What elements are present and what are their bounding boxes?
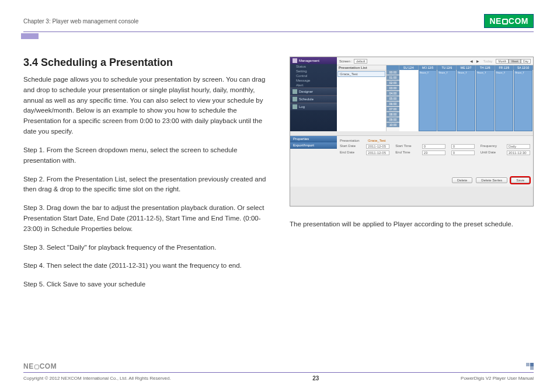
step-2: Step 2. From the Presentation List, sele… [23,174,272,195]
page-title: 3.4 Scheduling a Presentation [23,57,272,69]
start-time-label: Start Time [395,144,416,149]
chapter-title: Chapter 3: Player web management console [23,18,138,24]
today-button[interactable]: Today [483,60,492,63]
scheduled-event[interactable]: Grace_T [514,70,532,131]
step-3a: Step 3. Drag down the bar to adjust the … [23,203,272,234]
presentation-value: Grace_Test [368,139,386,142]
save-button[interactable]: Save [511,177,530,183]
view-mode-toggle: Month Week Day [496,59,531,64]
until-date-label: Until Date [481,150,501,155]
presentation-list: Presentation List Grace_Test [337,65,387,131]
end-date-field[interactable]: 2011-12-05 [366,150,389,155]
sidebar: Management Status Setting Control Messag… [290,57,337,131]
screen-dropdown[interactable]: default [354,59,367,64]
view-month[interactable]: Month [496,59,509,64]
scheduled-event[interactable]: Grace_T [476,70,495,131]
footer-logo: NECOM [23,362,57,370]
calendar-grid[interactable]: SU 12/4 MO 12/5 TU 12/6 WE 12/7 TH 12/8 … [387,65,533,131]
day-header: SA 12/10 [514,65,533,70]
scheduled-event[interactable]: Grace_T [495,70,514,131]
day-header: TH 12/8 [476,65,495,70]
nav-next-icon[interactable]: ▶ [476,59,479,63]
sidebar-item-message[interactable]: Message [290,78,337,83]
end-time-h-field[interactable]: 23 [422,150,445,155]
sidebar-tab-schedule[interactable]: Schedule [290,95,337,103]
delete-series-button[interactable]: Delete Series [476,177,507,183]
day-header: MO 12/5 [419,65,438,70]
log-icon [293,104,297,109]
logo-top: NECOM [484,14,534,28]
time-column: 00:0001:00 02:0003:00 04:0005:00 06:0007… [387,70,399,131]
manual-title: PowerDigis V2 Player User Manual [461,376,534,381]
sidebar-tab-designer[interactable]: Designer [290,88,337,95]
day-header: WE 12/7 [457,65,476,70]
accent-bar [21,33,39,39]
end-date-label: End Date [340,150,360,155]
screen-label: Screen : [339,60,352,63]
day-header: TU 12/6 [437,65,457,70]
presentation-list-header: Presentation List [337,65,386,71]
scheduled-event[interactable]: Grace_T [437,70,456,131]
sidebar-item-status[interactable]: Status [290,64,337,69]
calendar-header: SU 12/4 MO 12/5 TU 12/6 WE 12/7 TH 12/8 … [387,65,533,70]
app-screenshot: Management Status Setting Control Messag… [290,57,534,206]
start-time-m-field[interactable]: 0 [451,144,475,149]
nav-prev-icon[interactable]: ◀ [470,59,473,63]
sidebar-item-setting[interactable]: Setting [290,69,337,74]
view-day[interactable]: Day [521,59,531,64]
schedule-topbar: Screen : default ◀ ▶ Today Month Week Da… [337,57,533,65]
step-3b: Step 3. Select "Daily" for playback freq… [23,243,272,253]
copyright-text: Copyright © 2012 NEXCOM International Co… [23,376,171,381]
sidebar-item-alert[interactable]: Alert [290,83,337,88]
scheduled-event[interactable]: Grace_T [457,70,475,131]
presentation-item[interactable]: Grace_Test [337,71,385,77]
step-1: Step 1. From the Screen dropdown menu, s… [23,145,272,166]
properties-tab[interactable]: Properties [290,136,337,142]
management-icon [293,58,297,63]
schedule-icon [293,97,297,102]
start-time-h-field[interactable]: 0 [422,144,445,149]
designer-icon [293,89,297,94]
end-time-m-field[interactable]: 0 [451,150,475,155]
properties-panel: Properties Export/Import Presentation Gr… [290,135,533,187]
footer-squares-icon [526,363,534,370]
day-header: FR 12/9 [495,65,514,70]
page-number: 23 [312,375,319,382]
sidebar-tab-log[interactable]: Log [290,103,337,110]
sidebar-management[interactable]: Management [290,57,337,64]
presentation-label: Presentation [340,139,362,142]
frequency-label: Frequency [481,144,501,149]
intro-text: Schedule page allows you to schedule you… [23,75,272,137]
export-import-tab[interactable]: Export/Import [290,142,337,149]
caption-text: The presentation will be applied to Play… [290,219,534,230]
day-header: SU 12/4 [399,65,419,70]
end-time-label: End Time [395,150,416,155]
view-week[interactable]: Week [509,59,521,64]
delete-button[interactable]: Delete [452,177,472,183]
step-5: Step 5. Click Save to save your schedule [23,279,272,290]
sidebar-item-control[interactable]: Control [290,74,337,78]
frequency-field[interactable]: Daily [507,144,530,149]
scheduled-event[interactable]: Grace_T [419,70,437,131]
start-date-field[interactable]: 2011-12-05 [366,144,389,149]
page-footer: NECOM Copyright © 2012 NEXCOM Internatio… [23,362,534,382]
step-4: Step 4. Then select the date (2011-12-31… [23,261,272,271]
start-date-label: Start Date [340,144,360,149]
until-date-field[interactable]: 2011-12-30 [507,150,530,155]
